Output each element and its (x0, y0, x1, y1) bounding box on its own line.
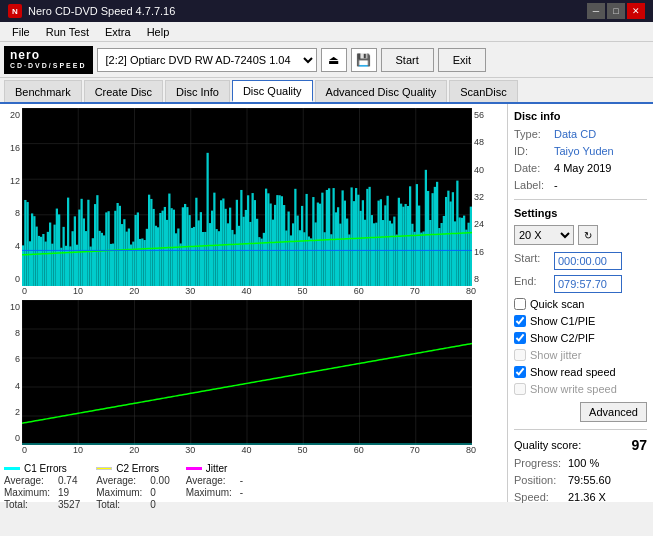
x-top-60: 60 (354, 286, 364, 296)
drive-select[interactable]: [2:2] Optiarc DVD RW AD-7240S 1.04 (97, 48, 317, 72)
y-bot-0: 0 (6, 433, 20, 443)
jitter-avg-value: - (240, 475, 243, 486)
maximize-button[interactable]: □ (607, 3, 625, 19)
advanced-button[interactable]: Advanced (580, 402, 647, 422)
eject-button[interactable]: ⏏ (321, 48, 347, 72)
y-right-40: 40 (474, 165, 490, 175)
main-content: 20 16 12 8 4 0 56 48 40 32 24 16 8 0 10 … (0, 104, 653, 502)
jitter-color-swatch (186, 467, 202, 470)
x-top-30: 30 (185, 286, 195, 296)
tab-scandisc[interactable]: ScanDisc (449, 80, 517, 102)
save-button[interactable]: 💾 (351, 48, 377, 72)
quick-scan-row: Quick scan (514, 298, 647, 310)
disc-info-title: Disc info (514, 110, 647, 122)
c2-color-swatch (96, 467, 112, 470)
jitter-label: Jitter (206, 463, 228, 474)
y-top-12: 12 (6, 176, 20, 186)
top-chart-canvas (22, 108, 472, 286)
menu-file[interactable]: File (4, 24, 38, 40)
menubar: File Run Test Extra Help (0, 22, 653, 42)
progress-row: Progress: 100 % (514, 457, 647, 469)
position-value: 79:55.60 (568, 474, 611, 486)
c2-max-label: Maximum: (96, 487, 146, 498)
tab-advanced-disc-quality[interactable]: Advanced Disc Quality (315, 80, 448, 102)
y-right-16: 16 (474, 247, 490, 257)
legend-c1: C1 Errors Average: 0.74 Maximum: 19 Tota… (4, 463, 80, 510)
tab-create-disc[interactable]: Create Disc (84, 80, 163, 102)
quick-scan-checkbox[interactable] (514, 298, 526, 310)
disc-type-value: Data CD (554, 128, 596, 140)
chart-area: 20 16 12 8 4 0 56 48 40 32 24 16 8 0 10 … (0, 104, 508, 502)
position-label: Position: (514, 474, 564, 486)
speed-select[interactable]: 20 X 16 X 8 X 4 X Max (514, 225, 574, 245)
x-bot-70: 70 (410, 445, 420, 455)
legend-jitter: Jitter Average: - Maximum: - (186, 463, 243, 510)
x-bot-10: 10 (73, 445, 83, 455)
show-c2-checkbox[interactable] (514, 332, 526, 344)
x-top-10: 10 (73, 286, 83, 296)
y-right-32: 32 (474, 192, 490, 202)
show-jitter-checkbox[interactable] (514, 349, 526, 361)
show-c1-checkbox[interactable] (514, 315, 526, 327)
speed-value: 21.36 X (568, 491, 606, 503)
jitter-max-label: Maximum: (186, 487, 236, 498)
disc-id-row: ID: Taiyo Yuden (514, 145, 647, 157)
disc-date-label: Date: (514, 162, 550, 174)
tab-disc-info[interactable]: Disc Info (165, 80, 230, 102)
menu-help[interactable]: Help (139, 24, 178, 40)
x-top-50: 50 (298, 286, 308, 296)
x-top-20: 20 (129, 286, 139, 296)
position-row: Position: 79:55.60 (514, 474, 647, 486)
disc-date-value: 4 May 2019 (554, 162, 611, 174)
quality-score-label: Quality score: (514, 439, 581, 451)
disc-label-row: Label: - (514, 179, 647, 191)
menu-extra[interactable]: Extra (97, 24, 139, 40)
disc-id-label: ID: (514, 145, 550, 157)
show-c2-row: Show C2/PIF (514, 332, 647, 344)
c1-avg-value: 0.74 (58, 475, 77, 486)
x-top-80: 80 (466, 286, 476, 296)
divider-2 (514, 429, 647, 430)
app-title: Nero CD-DVD Speed 4.7.7.16 (28, 5, 175, 17)
end-time-label: End: (514, 275, 550, 293)
menu-run-test[interactable]: Run Test (38, 24, 97, 40)
disc-type-row: Type: Data CD (514, 128, 647, 140)
c2-avg-label: Average: (96, 475, 146, 486)
refresh-button[interactable]: ↻ (578, 225, 598, 245)
tab-disc-quality[interactable]: Disc Quality (232, 80, 313, 102)
end-time-field[interactable] (554, 275, 622, 293)
x-bot-60: 60 (354, 445, 364, 455)
x-bot-20: 20 (129, 445, 139, 455)
show-write-speed-label: Show write speed (530, 383, 617, 395)
c1-total-label: Total: (4, 499, 54, 510)
show-jitter-row: Show jitter (514, 349, 647, 361)
start-time-field[interactable] (554, 252, 622, 270)
speed-label: Speed: (514, 491, 564, 503)
divider-1 (514, 199, 647, 200)
y-top-20: 20 (6, 110, 20, 120)
disc-label-label: Label: (514, 179, 550, 191)
show-c1-label: Show C1/PIE (530, 315, 595, 327)
c1-max-label: Maximum: (4, 487, 54, 498)
x-bot-40: 40 (241, 445, 251, 455)
legend: C1 Errors Average: 0.74 Maximum: 19 Tota… (4, 459, 503, 514)
quick-scan-label: Quick scan (530, 298, 584, 310)
x-bot-0: 0 (22, 445, 27, 455)
x-bot-50: 50 (298, 445, 308, 455)
y-right-48: 48 (474, 137, 490, 147)
show-write-speed-checkbox[interactable] (514, 383, 526, 395)
jitter-avg-label: Average: (186, 475, 236, 486)
titlebar-title: N Nero CD-DVD Speed 4.7.7.16 (8, 4, 175, 18)
start-button[interactable]: Start (381, 48, 434, 72)
minimize-button[interactable]: ─ (587, 3, 605, 19)
exit-button[interactable]: Exit (438, 48, 486, 72)
x-bot-80: 80 (466, 445, 476, 455)
y-bot-2: 2 (6, 407, 20, 417)
tab-benchmark[interactable]: Benchmark (4, 80, 82, 102)
speed-row: 20 X 16 X 8 X 4 X Max ↻ (514, 225, 647, 245)
toolbar: nero CD·DVD/SPEED [2:2] Optiarc DVD RW A… (0, 42, 653, 78)
x-top-40: 40 (241, 286, 251, 296)
show-read-speed-checkbox[interactable] (514, 366, 526, 378)
close-button[interactable]: ✕ (627, 3, 645, 19)
c2-label: C2 Errors (116, 463, 159, 474)
